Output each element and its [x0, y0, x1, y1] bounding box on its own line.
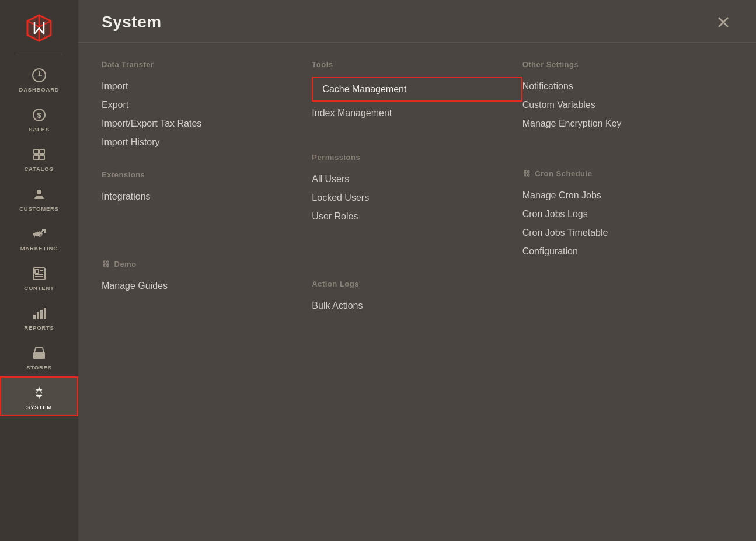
section-action-logs: Action Logs Bulk Actions	[312, 280, 522, 315]
sidebar-item-sales[interactable]: $ SALES	[0, 99, 78, 138]
content-icon	[31, 266, 47, 282]
sidebar: DASHBOARD $ SALES CATALOG	[0, 0, 78, 541]
menu-column-3: Other Settings Notifications Custom Vari…	[522, 60, 733, 523]
menu-item-configuration[interactable]: Configuration	[522, 242, 733, 261]
section-label-demo: Demo	[114, 260, 137, 268]
section-title-data-transfer: Data Transfer	[102, 60, 312, 69]
menu-column-1: Data Transfer Import Export Import/Expor…	[102, 60, 312, 523]
sidebar-item-catalog[interactable]: CATALOG	[0, 138, 78, 178]
customers-icon	[31, 186, 47, 203]
sidebar-item-label-customers: CUSTOMERS	[19, 205, 59, 212]
menu-item-import-export-tax[interactable]: Import/Export Tax Rates	[102, 114, 312, 133]
stores-icon	[31, 345, 47, 361]
svg-rect-17	[33, 233, 34, 235]
menu-item-index-management[interactable]: Index Management	[312, 104, 522, 123]
svg-rect-13	[34, 155, 39, 160]
svg-rect-14	[40, 155, 44, 160]
magento-logo	[22, 11, 57, 46]
sales-icon: $	[31, 107, 47, 123]
demo-chain-icon: ⛓	[102, 260, 110, 268]
menu-item-notifications[interactable]: Notifications	[522, 77, 733, 96]
catalog-icon	[31, 146, 47, 163]
section-demo: ⛓ Demo Manage Guides	[102, 260, 312, 295]
section-title-cron-schedule: ⛓ Cron Schedule	[522, 169, 733, 178]
sidebar-item-label-marketing: MARKETING	[20, 245, 58, 252]
system-panel: System Data Transfer Import Export Impor…	[78, 0, 756, 541]
marketing-icon	[31, 226, 47, 242]
sidebar-item-label-catalog: CATALOG	[24, 166, 54, 172]
menu-item-all-users[interactable]: All Users	[312, 170, 522, 189]
sidebar-item-dashboard[interactable]: DASHBOARD	[0, 59, 78, 99]
section-title-action-logs: Action Logs	[312, 280, 522, 288]
section-label-extensions: Extensions	[102, 170, 145, 179]
section-title-extensions: Extensions	[102, 170, 312, 179]
section-label-data-transfer: Data Transfer	[102, 60, 154, 69]
section-label-cron-schedule: Cron Schedule	[535, 169, 592, 178]
svg-point-8	[39, 75, 40, 76]
menu-item-integrations[interactable]: Integrations	[102, 187, 312, 206]
section-title-demo: ⛓ Demo	[102, 260, 312, 268]
svg-rect-28	[37, 354, 41, 359]
menu-item-locked-users[interactable]: Locked Users	[312, 189, 522, 207]
svg-rect-23	[33, 315, 36, 319]
sidebar-item-content[interactable]: CONTENT	[0, 257, 78, 297]
section-extensions: Extensions Integrations	[102, 170, 312, 206]
svg-point-30	[37, 391, 41, 395]
menu-item-import[interactable]: Import	[102, 77, 312, 96]
close-button[interactable]	[714, 13, 733, 32]
sidebar-item-system[interactable]: SYSTEM	[0, 376, 78, 416]
svg-rect-19	[35, 270, 39, 273]
section-data-transfer: Data Transfer Import Export Import/Expor…	[102, 60, 312, 152]
menu-item-user-roles[interactable]: User Roles	[312, 207, 522, 226]
menu-item-manage-encryption-key[interactable]: Manage Encryption Key	[522, 114, 733, 133]
menu-item-manage-cron-jobs[interactable]: Manage Cron Jobs	[522, 186, 733, 205]
dashboard-icon	[31, 67, 47, 83]
sidebar-item-label-sales: SALES	[29, 126, 50, 132]
sidebar-divider	[16, 54, 62, 54]
section-title-other-settings: Other Settings	[522, 60, 733, 69]
section-tools: Tools Cache Management Index Management	[312, 60, 522, 123]
sidebar-item-stores[interactable]: STORES	[0, 337, 78, 376]
section-label-permissions: Permissions	[312, 153, 360, 162]
section-permissions: Permissions All Users Locked Users User …	[312, 153, 522, 226]
section-label-action-logs: Action Logs	[312, 280, 359, 288]
section-title-permissions: Permissions	[312, 153, 522, 162]
section-label-other-settings: Other Settings	[522, 60, 579, 69]
menu-column-2: Tools Cache Management Index Management …	[312, 60, 522, 523]
menu-item-custom-variables[interactable]: Custom Variables	[522, 96, 733, 114]
sidebar-item-label-dashboard: DASHBOARD	[19, 86, 60, 93]
svg-rect-26	[44, 308, 46, 319]
panel-title: System	[102, 13, 162, 32]
section-label-tools: Tools	[312, 60, 333, 69]
menu-item-manage-guides[interactable]: Manage Guides	[102, 277, 312, 295]
menu-item-import-history[interactable]: Import History	[102, 133, 312, 152]
panel-header: System	[78, 0, 756, 43]
sidebar-item-label-system: SYSTEM	[26, 404, 52, 410]
menu-grid: Data Transfer Import Export Import/Expor…	[78, 43, 756, 541]
system-icon	[31, 385, 47, 401]
svg-rect-25	[40, 310, 43, 319]
sidebar-item-reports[interactable]: REPORTS	[0, 297, 78, 337]
svg-text:$: $	[37, 111, 41, 120]
sidebar-item-label-reports: REPORTS	[24, 324, 54, 331]
cron-chain-icon: ⛓	[522, 169, 531, 178]
menu-item-cache-management[interactable]: Cache Management	[312, 77, 522, 102]
sidebar-item-marketing[interactable]: MARKETING	[0, 218, 78, 257]
svg-rect-24	[37, 312, 39, 319]
section-cron-schedule: ⛓ Cron Schedule Manage Cron Jobs Cron Jo…	[522, 169, 733, 261]
sidebar-item-label-stores: STORES	[26, 364, 52, 371]
svg-rect-11	[34, 149, 39, 154]
section-other-settings: Other Settings Notifications Custom Vari…	[522, 60, 733, 133]
menu-item-bulk-actions[interactable]: Bulk Actions	[312, 296, 522, 315]
reports-icon	[31, 305, 47, 322]
menu-item-cron-jobs-timetable[interactable]: Cron Jobs Timetable	[522, 224, 733, 242]
menu-item-export[interactable]: Export	[102, 96, 312, 114]
section-title-tools: Tools	[312, 60, 522, 69]
sidebar-item-label-content: CONTENT	[24, 285, 54, 291]
sidebar-item-customers[interactable]: CUSTOMERS	[0, 178, 78, 218]
svg-point-15	[37, 190, 41, 194]
svg-rect-12	[40, 149, 44, 154]
menu-item-cron-jobs-logs[interactable]: Cron Jobs Logs	[522, 205, 733, 224]
